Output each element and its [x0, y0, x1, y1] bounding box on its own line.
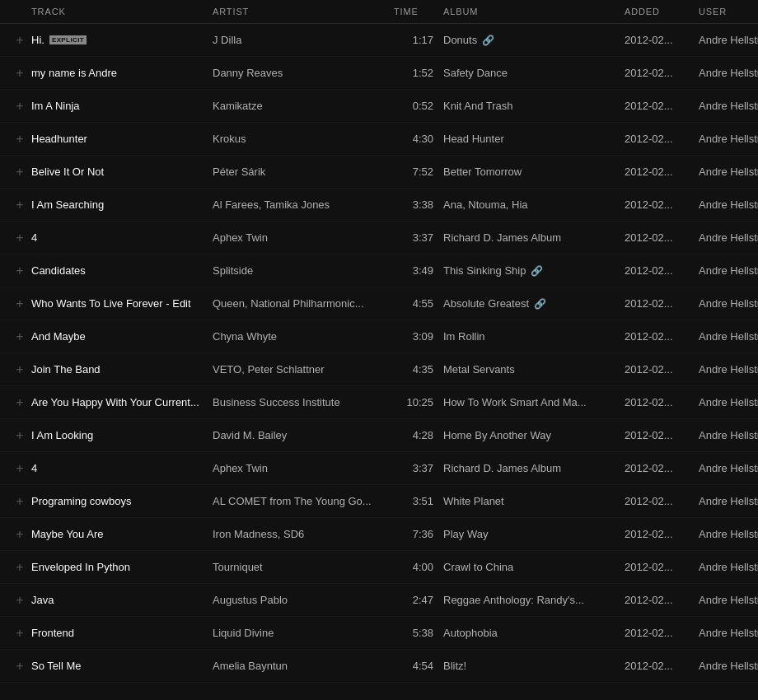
artist-name: Splitside [213, 264, 394, 277]
add-track-button[interactable]: + [8, 100, 31, 113]
table-row[interactable]: +my name is AndreDanny Reaves1:52Safety … [0, 57, 758, 90]
add-track-button[interactable]: + [8, 67, 31, 80]
track-user: Andre Hellström [699, 528, 758, 540]
table-row[interactable]: +Who Wants To Live Forever - EditQueen, … [0, 287, 758, 320]
track-time: 3:49 [394, 264, 443, 277]
track-name: my name is Andre [31, 67, 213, 79]
date-added: 2012-02... [625, 231, 699, 244]
add-track-button[interactable]: + [8, 264, 31, 278]
table-row[interactable]: +Enveloped In PythonTourniquet4:00Crawl … [0, 551, 758, 584]
track-name: Headhunter [31, 133, 213, 145]
track-time: 4:30 [394, 133, 443, 145]
add-track-button[interactable]: + [8, 627, 31, 640]
table-row[interactable]: +So Tell MeAmelia Bayntun4:54Blitz!2012-… [0, 650, 758, 683]
explicit-badge: EXPLICIT [49, 35, 87, 44]
add-track-button[interactable]: + [8, 198, 31, 212]
track-name: I Am Searching [31, 198, 213, 211]
date-added: 2012-02... [625, 363, 699, 376]
date-added: 2012-02... [625, 495, 699, 507]
add-track-button[interactable]: + [8, 396, 31, 409]
add-track-button[interactable]: + [8, 231, 31, 245]
add-track-button[interactable]: + [8, 166, 31, 179]
add-track-button[interactable]: + [8, 462, 31, 475]
track-user: Andre Hellström [699, 297, 758, 310]
add-track-button[interactable]: + [8, 660, 31, 673]
track-time: 3:37 [394, 231, 443, 244]
album-title: Reggae Anthology: Randy's... [443, 594, 584, 606]
track-title: Who Wants To Live Forever - Edit [31, 297, 191, 310]
add-track-button[interactable]: + [8, 297, 31, 310]
table-row[interactable]: +Hi.EXPLICITJ Dilla1:17Donuts🔗2012-02...… [0, 24, 758, 57]
date-added: 2012-02... [625, 297, 699, 310]
add-track-button[interactable]: + [8, 133, 31, 146]
add-track-button[interactable]: + [8, 330, 31, 343]
track-name: Hi.EXPLICIT [31, 34, 213, 46]
artist-name: David M. Bailey [213, 429, 394, 441]
album-name: Play Way [443, 528, 625, 540]
artist-name: Chyna Whyte [213, 330, 394, 343]
album-title: Richard D. James Album [443, 462, 561, 474]
artist-name: J Dilla [213, 34, 394, 46]
track-title: 4 [31, 462, 37, 474]
table-row[interactable]: +I Am LookingDavid M. Bailey4:28Home By … [0, 419, 758, 452]
table-row[interactable]: +Belive It Or NotPéter Sárik7:52Better T… [0, 156, 758, 189]
track-user: Andre Hellström [699, 627, 758, 639]
track-user: Andre Hellström [699, 495, 758, 507]
add-track-button[interactable]: + [8, 528, 31, 541]
table-row[interactable]: +Are You Happy With Your Current...Busin… [0, 386, 758, 419]
table-row[interactable]: +JavaAugustus Pablo2:47Reggae Anthology:… [0, 584, 758, 617]
artist-name: Tourniquet [213, 561, 394, 573]
track-name: Enveloped In Python [31, 561, 213, 573]
track-time: 4:54 [394, 660, 443, 672]
track-title: my name is Andre [31, 67, 117, 79]
track-user: Andre Hellström [699, 264, 758, 277]
track-name: Java [31, 594, 213, 606]
table-row[interactable]: +4Aphex Twin3:37Richard D. James Album20… [0, 452, 758, 485]
date-added: 2012-02... [625, 67, 699, 79]
table-row[interactable]: +Programing cowboysAL COMET from The You… [0, 485, 758, 518]
track-time: 4:00 [394, 561, 443, 573]
table-row[interactable]: +4Aphex Twin3:37Richard D. James Album20… [0, 222, 758, 254]
table-row[interactable]: +And MaybeChyna Whyte3:09Im Rollin2012-0… [0, 320, 758, 353]
track-name: Are You Happy With Your Current... [31, 396, 213, 408]
add-track-button[interactable]: + [8, 594, 31, 607]
add-track-button[interactable]: + [8, 495, 31, 508]
album-title: How To Work Smart And Ma... [443, 396, 587, 408]
album-name: Blitz! [443, 660, 625, 672]
header-added: ADDED [625, 7, 699, 16]
add-track-button[interactable]: + [8, 34, 31, 47]
table-row[interactable]: +CandidatesSplitside3:49This Sinking Shi… [0, 254, 758, 287]
track-name: Candidates [31, 264, 213, 277]
track-user: Andre Hellström [699, 363, 758, 376]
add-track-button[interactable]: + [8, 363, 31, 376]
track-time: 4:28 [394, 429, 443, 441]
track-title: Candidates [31, 264, 86, 277]
table-row[interactable]: +Im A NinjaKamikatze0:52Knit And Trash20… [0, 90, 758, 123]
date-added: 2012-02... [625, 660, 699, 672]
track-user: Andre Hellström [699, 133, 758, 145]
add-track-button[interactable]: + [8, 561, 31, 574]
album-name: This Sinking Ship🔗 [443, 264, 625, 277]
track-title: Frontend [31, 627, 74, 639]
table-row[interactable]: +Maybe You AreIron Madness, SD67:36Play … [0, 518, 758, 551]
date-added: 2012-02... [625, 330, 699, 343]
table-row[interactable]: +I Am SearchingAl Farees, Tamika Jones3:… [0, 189, 758, 222]
album-name: Ana, Ntouma, Hia [443, 198, 625, 211]
track-title: Java [31, 594, 54, 606]
track-user: Andre Hellström [699, 231, 758, 244]
track-time: 3:09 [394, 330, 443, 343]
track-title: So Tell Me [31, 660, 81, 672]
track-time: 0:52 [394, 100, 443, 112]
table-row[interactable]: +HeadhunterKrokus4:30Head Hunter2012-02.… [0, 123, 758, 156]
album-name: Crawl to China [443, 561, 625, 573]
track-title: Belive It Or Not [31, 166, 104, 178]
artist-name: Augustus Pablo [213, 594, 394, 606]
track-user: Andre Hellström [699, 67, 758, 79]
header-artist: ARTIST [213, 7, 394, 16]
table-row[interactable]: +FrontendLiquid Divine5:38Autophobia2012… [0, 617, 758, 650]
add-track-button[interactable]: + [8, 429, 31, 442]
track-time: 5:38 [394, 627, 443, 639]
track-user: Andre Hellström [699, 34, 758, 46]
table-row[interactable]: +Join The BandVETO, Peter Schlattner4:35… [0, 353, 758, 386]
track-name: Frontend [31, 627, 213, 639]
